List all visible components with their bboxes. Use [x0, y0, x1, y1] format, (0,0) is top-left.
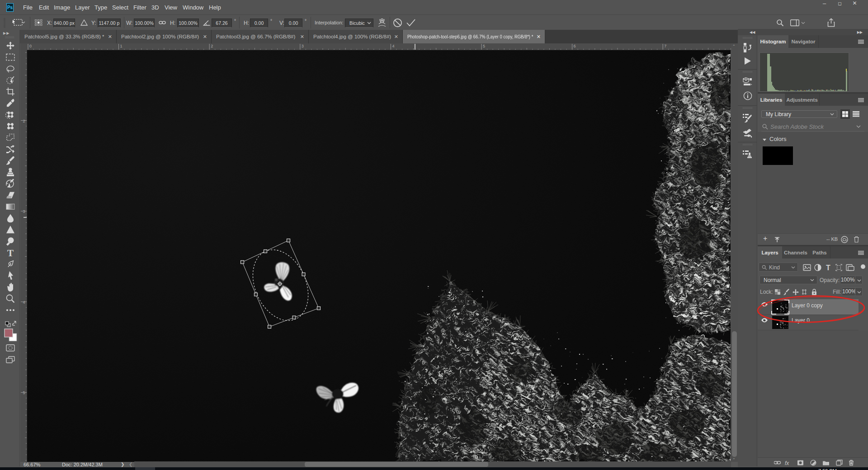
svg-text:2: 2 [23, 119, 25, 123]
svg-text:4: 4 [23, 300, 25, 305]
svg-text:7: 7 [664, 44, 666, 48]
svg-text:5: 5 [23, 390, 25, 395]
svg-text:3: 3 [302, 44, 304, 48]
svg-text:T: T [7, 248, 14, 258]
svg-text:6: 6 [574, 44, 576, 48]
svg-text:4: 4 [392, 44, 394, 48]
svg-text:0: 0 [29, 44, 32, 48]
svg-text:5: 5 [483, 44, 485, 48]
svg-text:T: T [826, 264, 830, 272]
svg-text:2: 2 [211, 44, 213, 48]
svg-text:1: 1 [120, 44, 123, 48]
svg-text:3: 3 [23, 209, 25, 214]
svg-text:fx: fx [785, 460, 789, 466]
